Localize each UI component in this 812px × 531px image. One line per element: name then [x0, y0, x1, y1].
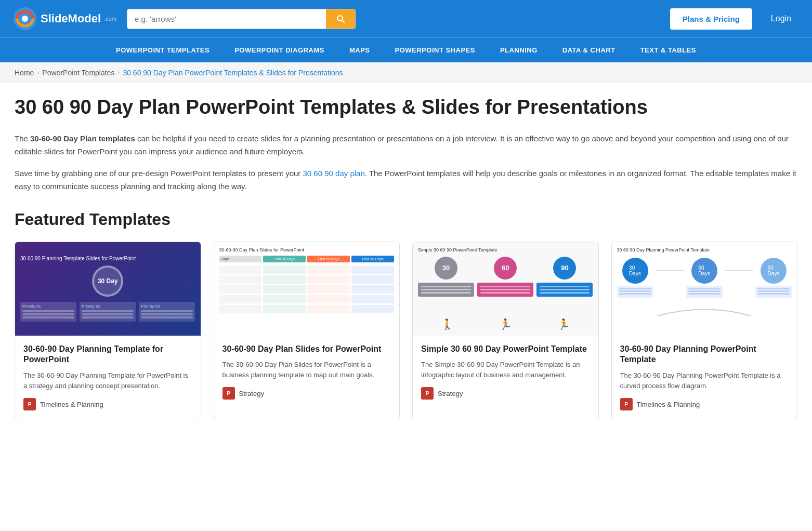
tag-label-2: Strategy: [239, 390, 264, 397]
template-thumb-3: Simple 30 60 90 PowerPoint Template 30 6…: [413, 242, 598, 336]
template-desc-1: The 30-60-90 Day Planning Template for P…: [23, 370, 192, 391]
template-thumb-4: 30 60 90 Day Planning PowerPoint Templat…: [612, 242, 797, 336]
thumb3-icons: 🚶 🏃 🏃: [418, 318, 593, 330]
thumb1-columns: Priority 01 Priority 02: [20, 302, 195, 322]
template-name-1: 30-60-90 Day Planning Template for Power…: [23, 344, 192, 366]
ppt-icon-2: P: [222, 387, 235, 400]
tag-label-4: Timelines & Planning: [637, 401, 700, 408]
breadcrumb-home[interactable]: Home: [15, 69, 34, 77]
thumb2-header: Days First 30 Days First 60 Days First 9…: [219, 256, 395, 262]
template-card-1[interactable]: 30 60 90 Planning Template Slides for Po…: [15, 242, 201, 420]
template-card-2[interactable]: 30-60-90 Day Plan Slides for PowerPoint …: [214, 242, 400, 420]
desc2-link[interactable]: 30 60 90 day plan: [303, 169, 364, 178]
template-info-1: 30-60-90 Day Planning Template for Power…: [15, 336, 201, 419]
tag-label-1: Timelines & Planning: [40, 401, 103, 408]
thumb3-cols: 30 60: [418, 257, 593, 314]
thumb1-label: 30 60 90 Planning Template Slides for Po…: [20, 256, 136, 261]
search-input[interactable]: [127, 9, 326, 29]
ppt-icon-1: P: [23, 398, 36, 410]
thumb3-label: Simple 30 60 90 PowerPoint Template: [418, 247, 593, 253]
description-1: The 30-60-90 Day Plan templates can be h…: [15, 132, 797, 158]
template-desc-3: The Simple 30-60-90 Day PowerPoint Templ…: [421, 360, 590, 380]
template-desc-4: The 30-60-90 Day Planning PowerPoint Tem…: [620, 370, 789, 391]
logo-text: SlideModel: [41, 12, 101, 25]
thumb2-rows: [219, 266, 395, 313]
nav-data-chart[interactable]: DATA & CHART: [550, 38, 628, 62]
template-card-3[interactable]: Simple 30 60 90 PowerPoint Template 30 6…: [412, 242, 599, 420]
page-title: 30 60 90 Day Plan PowerPoint Templates &…: [15, 96, 797, 120]
template-card-4[interactable]: 30 60 90 Day Planning PowerPoint Templat…: [611, 242, 798, 420]
nav-maps[interactable]: MAPS: [337, 38, 383, 62]
template-tag-3: P Strategy: [421, 387, 590, 400]
thumb4-arc: [617, 303, 792, 318]
thumb4-flow: 30Days 60Days: [617, 258, 792, 298]
desc2-prefix: Save time by grabbing one of our pre-des…: [15, 169, 303, 178]
template-tag-2: P Strategy: [222, 387, 391, 400]
nav-planning[interactable]: PLANNING: [488, 38, 550, 62]
description-2: Save time by grabbing one of our pre-des…: [15, 167, 797, 193]
login-button[interactable]: Login: [763, 9, 800, 29]
template-tag-4: P Timelines & Planning: [620, 398, 789, 410]
desc1-prefix: The: [15, 134, 30, 143]
plans-pricing-button[interactable]: Plans & Pricing: [670, 8, 752, 30]
template-tag-1: P Timelines & Planning: [23, 398, 192, 410]
thumb1-gauge: 30 Day: [90, 266, 125, 297]
nav-text-tables[interactable]: TEXT & TABLES: [628, 38, 709, 62]
thumb4-label: 30 60 90 Day Planning PowerPoint Templat…: [617, 247, 792, 253]
template-name-2: 30-60-90 Day Plan Slides for PowerPoint: [222, 344, 391, 355]
ppt-icon-3: P: [421, 387, 434, 400]
desc1-bold: 30-60-90 Day Plan templates: [30, 134, 135, 143]
svg-point-1: [22, 16, 28, 22]
arc-svg: [652, 303, 756, 318]
nav-powerpoint-diagrams[interactable]: POWERPOINT DIAGRAMS: [222, 38, 337, 62]
thumb2-label: 30-60-90 Day Plan Slides for PowerPoint: [219, 247, 395, 253]
logo-icon: [12, 6, 37, 31]
logo-com: .com: [104, 16, 116, 22]
template-name-3: Simple 30 60 90 Day PowerPoint Template: [421, 344, 590, 355]
template-info-3: Simple 30 60 90 Day PowerPoint Template …: [413, 336, 598, 408]
template-thumb-2: 30-60-90 Day Plan Slides for PowerPoint …: [214, 242, 400, 336]
main-nav: POWERPOINT TEMPLATES POWERPOINT DIAGRAMS…: [0, 37, 812, 62]
breadcrumb-sep-2: ›: [117, 69, 120, 76]
thumb1-gauge-circle: 30 Day: [92, 266, 123, 297]
connector-1: [656, 270, 684, 271]
nav-powerpoint-templates[interactable]: POWERPOINT TEMPLATES: [103, 38, 222, 62]
logo[interactable]: SlideModel.com: [12, 6, 116, 31]
connector-2: [725, 270, 753, 271]
template-info-2: 30-60-90 Day Plan Slides for PowerPoint …: [214, 336, 400, 408]
featured-templates-title: Featured Templates: [15, 210, 797, 229]
ppt-icon-4: P: [620, 398, 633, 410]
search-icon: [335, 14, 346, 24]
template-info-4: 30-60-90 Day Planning PowerPoint Templat…: [612, 336, 797, 419]
breadcrumb-sep-1: ›: [37, 69, 39, 76]
template-thumb-1: 30 60 90 Planning Template Slides for Po…: [15, 242, 201, 336]
breadcrumb-parent[interactable]: PowerPoint Templates: [42, 69, 114, 77]
search-bar: [127, 9, 356, 29]
tag-label-3: Strategy: [438, 390, 463, 397]
search-button[interactable]: [326, 9, 355, 29]
nav-powerpoint-shapes[interactable]: POWERPOINT SHAPES: [383, 38, 488, 62]
main-content: 30 60 90 Day Plan PowerPoint Templates &…: [0, 83, 812, 432]
template-desc-2: The 30-60-90 Day Plan Slides for PowerPo…: [222, 360, 391, 380]
breadcrumb: Home › PowerPoint Templates › 30 60 90 D…: [0, 62, 812, 83]
breadcrumb-current: 30 60 90 Day Plan PowerPoint Templates &…: [123, 69, 343, 77]
template-name-4: 30-60-90 Day Planning PowerPoint Templat…: [620, 344, 789, 366]
header: SlideModel.com Plans & Pricing Login: [0, 0, 812, 37]
templates-grid: 30 60 90 Planning Template Slides for Po…: [15, 242, 797, 420]
